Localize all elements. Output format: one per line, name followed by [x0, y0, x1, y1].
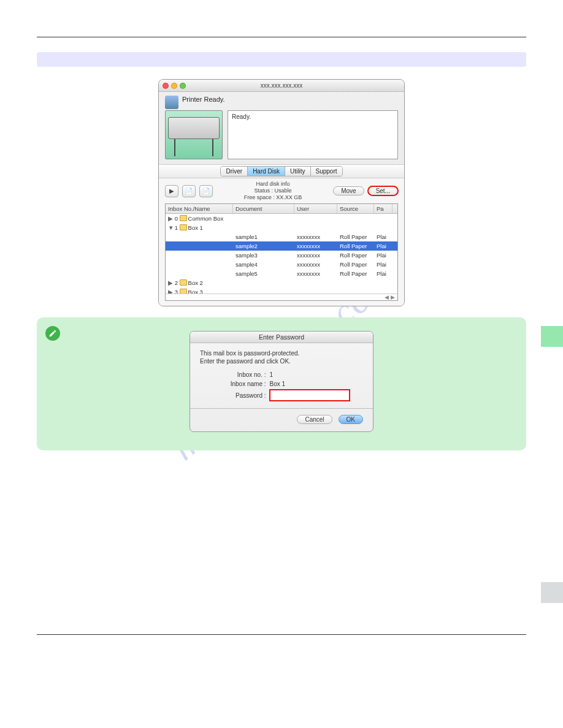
page-footer: [37, 634, 526, 640]
list-item[interactable]: sample4xxxxxxxxRoll PaperPlai: [166, 260, 397, 269]
col-document[interactable]: Document: [233, 204, 294, 213]
side-tab-2: [541, 582, 563, 603]
cancel-button[interactable]: Cancel: [297, 415, 332, 424]
list-item-selected[interactable]: sample2xxxxxxxxRoll PaperPlai: [166, 241, 397, 251]
play-icon[interactable]: ▶: [165, 185, 178, 197]
printer-icon: [165, 96, 178, 109]
dialog-divider: [190, 408, 373, 409]
list-item[interactable]: sample5xxxxxxxxRoll PaperPlai: [166, 269, 397, 278]
dialog-intro-2: Enter the password and click OK.: [200, 357, 363, 365]
dialog-title: Enter Password: [190, 332, 373, 343]
list-body: ▶ 0 Common Box ▼ 1 Box 1 sample1xxxxxxxx…: [166, 214, 397, 294]
instruction-bar: [37, 52, 526, 67]
folder-icon: [180, 215, 187, 221]
list-item[interactable]: ▶ 0 Common Box: [166, 214, 397, 223]
col-pa[interactable]: Pa: [374, 204, 393, 213]
list-item[interactable]: ▼ 1 Box 1: [166, 223, 397, 232]
tab-harddisk[interactable]: Hard Disk: [248, 167, 285, 176]
chevron-right-icon[interactable]: ▶: [168, 287, 173, 294]
dialog-intro-1: This mail box is password-protected.: [200, 349, 363, 357]
harddisk-info-label: Hard disk info: [216, 181, 329, 188]
printmonitor-window: xxx.xxx.xxx.xxx Printer Ready. Ready. Dr…: [158, 79, 405, 306]
side-tab: [541, 326, 563, 347]
col-inbox[interactable]: Inbox No./Name: [166, 204, 233, 213]
list-item[interactable]: sample3xxxxxxxxRoll PaperPlai: [166, 251, 397, 260]
note-block: Enter Password This mail box is password…: [37, 317, 526, 450]
set-button[interactable]: Set...: [368, 186, 398, 195]
list-item[interactable]: sample1xxxxxxxxRoll PaperPlai: [166, 232, 397, 241]
harddisk-status: Status : Usable: [216, 188, 329, 194]
page: xxx.xxx.xxx.xxx Printer Ready. Ready. Dr…: [37, 37, 526, 703]
window-title: xxx.xxx.xxx.xxx: [159, 82, 404, 89]
tab-utility[interactable]: Utility: [285, 167, 310, 176]
header-rule: [37, 37, 526, 37]
pencil-icon: [45, 326, 60, 341]
window-titlebar: xxx.xxx.xxx.xxx: [159, 80, 404, 92]
inbox-no-value: 1: [270, 371, 350, 378]
inbox-no-label: Inbox no. :: [214, 371, 266, 378]
harddisk-panel: ▶ 📄 📄 Hard disk info Status : Usable Fre…: [159, 178, 404, 306]
printer-status-text: Printer Ready.: [182, 96, 225, 103]
tab-support[interactable]: Support: [311, 167, 342, 176]
password-input[interactable]: [270, 390, 350, 401]
list-scrollbar[interactable]: ◀ ▶: [166, 294, 397, 300]
harddisk-free: Free space : XX.XX GB: [216, 194, 329, 201]
col-source[interactable]: Source: [337, 204, 374, 213]
inbox-name-value: Box 1: [270, 381, 350, 387]
folder-icon: [180, 224, 187, 230]
inbox-name-label: Inbox name :: [214, 381, 266, 387]
chevron-right-icon[interactable]: ▶: [168, 214, 173, 223]
tab-strip: Driver Hard Disk Utility Support: [159, 164, 404, 178]
harddisk-toolbar: ▶ 📄 📄 Hard disk info Status : Usable Fre…: [165, 181, 398, 201]
col-user[interactable]: User: [294, 204, 337, 213]
folder-icon: [180, 279, 187, 286]
action-icon-2[interactable]: 📄: [199, 185, 213, 197]
job-listbox[interactable]: Inbox No./Name Document User Source Pa ▶…: [165, 203, 398, 301]
printer-image: [165, 110, 223, 159]
chevron-right-icon[interactable]: ▶: [168, 278, 173, 287]
tab-driver[interactable]: Driver: [221, 167, 248, 176]
password-label: Password :: [214, 392, 266, 399]
chevron-down-icon[interactable]: ▼: [168, 223, 173, 232]
ready-textarea: Ready.: [228, 110, 398, 159]
password-dialog: Enter Password This mail box is password…: [190, 331, 373, 432]
list-item[interactable]: ▶ 3 Box 3: [166, 287, 397, 294]
content-row: Ready.: [159, 110, 404, 164]
action-icon-1[interactable]: 📄: [182, 185, 196, 197]
list-item[interactable]: ▶ 2 Box 2: [166, 278, 397, 287]
move-button[interactable]: Move: [333, 186, 364, 195]
printer-status: Printer Ready.: [159, 92, 404, 110]
folder-icon: [180, 289, 187, 294]
list-header: Inbox No./Name Document User Source Pa: [166, 204, 397, 214]
ok-button[interactable]: OK: [339, 415, 363, 424]
